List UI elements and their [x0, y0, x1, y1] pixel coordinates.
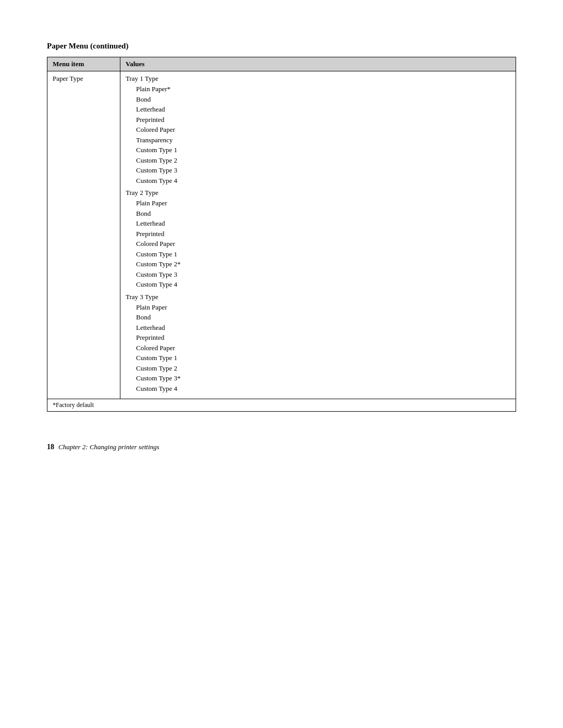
list-item: Custom Type 4	[136, 176, 510, 186]
list-item: Custom Type 3	[136, 269, 510, 280]
list-item: Plain Paper*	[136, 84, 510, 94]
list-item: Colored Paper	[136, 239, 510, 249]
page-heading: Paper Menu (continued)	[47, 42, 516, 51]
tray-values-list: Plain Paper*BondLetterheadPreprintedColo…	[126, 84, 510, 186]
tray-label: Tray 1 Type	[126, 75, 510, 83]
page-number: 18	[47, 443, 54, 451]
factory-default-note: *Factory default	[47, 399, 516, 412]
col1-header: Menu item	[47, 57, 120, 71]
list-item: Custom Type 4	[136, 279, 510, 290]
list-item: Custom Type 1	[136, 249, 510, 260]
list-item: Colored Paper	[136, 343, 510, 353]
list-item: Plain Paper	[136, 302, 510, 313]
list-item: Plain Paper	[136, 198, 510, 208]
tray-label: Tray 3 Type	[126, 293, 510, 301]
list-item: Letterhead	[136, 104, 510, 115]
list-item: Custom Type 1	[136, 145, 510, 155]
footer-chapter-text: Chapter 2: Changing printer settings	[58, 443, 160, 451]
paper-menu-table: Menu item Values Paper TypeTray 1 TypePl…	[47, 57, 516, 412]
list-item: Custom Type 2	[136, 155, 510, 166]
list-item: Custom Type 3*	[136, 373, 510, 384]
list-item: Preprinted	[136, 332, 510, 343]
values-cell: Tray 1 TypePlain Paper*BondLetterheadPre…	[120, 71, 516, 399]
list-item: Custom Type 2	[136, 363, 510, 374]
list-item: Custom Type 1	[136, 353, 510, 363]
list-item: Custom Type 2*	[136, 259, 510, 269]
list-item: Bond	[136, 208, 510, 219]
table-row: Paper TypeTray 1 TypePlain Paper*BondLet…	[47, 71, 516, 399]
tray-values-list: Plain PaperBondLetterheadPreprintedColor…	[126, 302, 510, 394]
list-item: Custom Type 4	[136, 384, 510, 394]
list-item: Preprinted	[136, 115, 510, 125]
list-item: Colored Paper	[136, 125, 510, 135]
col2-header: Values	[120, 57, 516, 71]
list-item: Letterhead	[136, 218, 510, 229]
list-item: Letterhead	[136, 323, 510, 333]
factory-default-row: *Factory default	[47, 399, 516, 412]
menu-item-cell: Paper Type	[47, 71, 120, 399]
tray-label: Tray 2 Type	[126, 189, 510, 197]
list-item: Preprinted	[136, 229, 510, 239]
list-item: Custom Type 3	[136, 165, 510, 176]
tray-values-list: Plain PaperBondLetterheadPreprintedColor…	[126, 198, 510, 290]
list-item: Bond	[136, 312, 510, 323]
list-item: Transparency	[136, 135, 510, 145]
list-item: Bond	[136, 94, 510, 105]
